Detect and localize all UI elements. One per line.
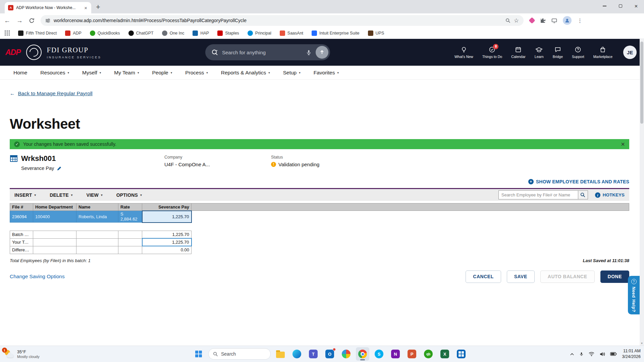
onenote-button[interactable]: N [389,347,402,361]
url-text[interactable]: workforcenow.adp.com/theme/admin.html#/P… [54,18,502,23]
col-rate[interactable]: Rate [118,203,142,211]
bookmark-hap[interactable]: HAP [193,31,209,36]
hotkeys-button[interactable]: i HOTKEYS [595,192,625,198]
bookmark-intuit[interactable]: Intuit Enterprise Suite [312,31,360,36]
pinned-extension-icon[interactable] [529,17,535,24]
bookmark-ups[interactable]: UPS [368,31,384,36]
nav-myself[interactable]: Myself▾ [82,70,101,76]
cancel-button[interactable]: CANCEL [466,270,501,283]
col-file-number[interactable]: File # [10,203,33,211]
apps-grid-icon[interactable] [5,31,10,36]
col-severance-pay[interactable]: Severance Pay [142,203,192,211]
office-apps-button[interactable] [454,347,468,361]
things-to-do-button[interactable]: 8 Things to Do [482,46,502,59]
global-search[interactable]: Search for anything [205,44,330,60]
your-totals-value[interactable]: 1,225.70 [142,238,192,246]
scrollbar-thumb[interactable] [640,42,643,124]
weather-widget[interactable]: 1 35°F Mostly cloudy [3,349,40,359]
back-to-manage-payroll-link[interactable]: Back to Manage Regular Payroll [18,90,93,97]
bookmark-quickbooks[interactable]: QuickBooks [90,31,120,36]
address-bar[interactable]: workforcenow.adp.com/theme/admin.html#/P… [41,15,524,26]
change-saving-options-link[interactable]: Change Saving Options [10,274,65,280]
cell-home-department[interactable]: 100400 [33,211,76,223]
search-submit-button[interactable] [316,46,328,59]
nav-reports-analytics[interactable]: Reports & Analytics▾ [221,70,270,76]
photos-button[interactable] [339,347,353,361]
show-employee-details-link[interactable]: + SHOW EMPLOYEE DETAILS AND RATES [10,179,629,184]
tab-close-icon[interactable]: × [84,5,88,11]
bookmark-star-icon[interactable]: ☆ [514,18,519,23]
chrome-button[interactable] [356,347,369,361]
skype-button[interactable]: S [372,347,386,361]
view-menu-button[interactable]: VIEW▾ [86,192,102,198]
cell-name[interactable]: Roberts, Linda [76,211,118,223]
bookmark-fifth-third[interactable]: Fifth Third Direct [18,31,57,36]
start-button[interactable] [192,347,205,361]
powerpoint-button[interactable]: P [405,347,419,361]
need-help-tab[interactable]: ? Need Help? [628,276,640,314]
wifi-icon[interactable] [589,352,594,356]
microphone-icon[interactable] [306,50,312,55]
support-button[interactable]: Support [572,46,584,59]
site-settings-icon[interactable] [45,18,50,23]
excel-button[interactable]: X [438,347,451,361]
page-scrollbar[interactable]: ▾ [640,39,644,346]
cell-severance-pay[interactable]: 1,225.70 [142,211,192,223]
bookmark-adp[interactable]: ADP [65,31,82,36]
teams-button[interactable]: T [307,347,320,361]
taskbar-clock[interactable]: 11:01 AM 3/24/2026 [622,348,641,360]
employee-search-input[interactable] [498,190,578,199]
browser-tab[interactable]: A ADP Workforce Now - Workshe... × [5,2,91,13]
hidden-icons-chevron-icon[interactable] [570,353,574,356]
bookmark-chatgpt[interactable]: ChatGPT [128,31,154,36]
col-name[interactable]: Name [76,203,118,211]
nav-favorites[interactable]: Favorites▾ [314,70,339,76]
zoom-icon[interactable] [505,18,511,23]
bookmark-saasant[interactable]: SaasAnt [280,31,303,36]
insert-menu-button[interactable]: INSERT▾ [14,192,36,198]
nav-home[interactable]: Home [13,70,27,76]
scrollbar-down-icon[interactable]: ▾ [640,342,644,345]
nav-resources[interactable]: Resources▾ [40,70,69,76]
edge-button[interactable] [290,347,304,361]
minimize-button[interactable] [597,0,612,12]
banner-close-icon[interactable]: × [621,141,625,147]
quickbooks-button[interactable]: qb [422,347,435,361]
bookmark-staples[interactable]: Staples [217,31,239,36]
tray-microphone-icon[interactable] [579,352,584,357]
nav-process[interactable]: Process▾ [185,70,208,76]
forward-icon[interactable]: → [16,17,23,24]
employee-row[interactable]: 236094 100400 Roberts, Linda S 2,884.62 … [10,211,629,223]
maximize-button[interactable] [612,0,628,12]
delete-menu-button[interactable]: DELETE▾ [50,192,72,198]
nav-setup[interactable]: Setup▾ [283,70,301,76]
edit-pencil-icon[interactable] [57,166,62,171]
learn-button[interactable]: Learn [535,46,544,59]
reload-icon[interactable] [29,18,35,23]
done-button[interactable]: DONE [600,270,629,283]
save-button[interactable]: SAVE [507,270,535,283]
employee-search-button[interactable] [578,190,588,199]
cast-device-icon[interactable] [551,18,557,23]
cell-rate[interactable]: S 2,884.62 [118,211,142,223]
bridge-button[interactable]: Bridge [553,46,563,59]
browser-profile-avatar[interactable] [563,16,572,25]
nav-my-team[interactable]: My Team▾ [114,70,139,76]
volume-icon[interactable] [599,352,605,357]
adp-logo[interactable]: ADP [5,48,21,57]
taskbar-search[interactable]: Search [208,348,271,360]
back-icon[interactable]: ← [4,17,10,24]
calendar-button[interactable]: Calendar [511,46,526,59]
cell-file-number[interactable]: 236094 [10,211,33,223]
new-tab-button[interactable]: + [96,3,100,11]
extensions-icon[interactable] [540,18,546,23]
options-menu-button[interactable]: OPTIONS▾ [116,192,142,198]
user-avatar[interactable]: JE [623,46,637,59]
battery-icon[interactable] [610,352,617,356]
whats-new-button[interactable]: What's New [454,46,473,59]
browser-menu-icon[interactable]: ⋮ [577,17,583,24]
nav-people[interactable]: People▾ [152,70,172,76]
bookmark-one-inc[interactable]: One Inc [162,31,184,36]
close-window-button[interactable]: × [628,0,644,12]
outlook-button[interactable]: O [323,347,336,361]
